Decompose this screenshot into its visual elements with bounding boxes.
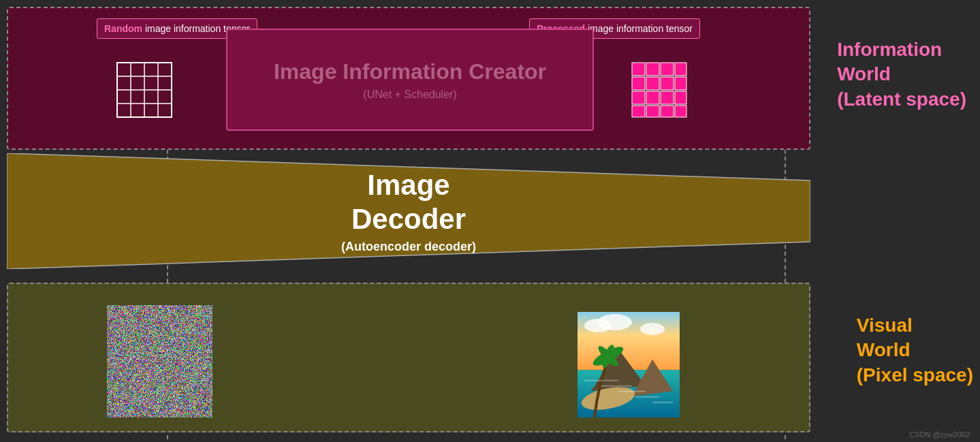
info-world-label: Information World (Latent space): [837, 37, 966, 112]
noise-image: [107, 305, 212, 417]
random-highlight: Random: [104, 23, 142, 34]
decoder-title: Image Decoder: [341, 168, 476, 237]
processed-suffix: image information tensor: [585, 23, 693, 34]
visual-world-section: ⇓ ⇓: [7, 283, 810, 432]
svg-rect-18: [675, 91, 686, 104]
svg-rect-19: [632, 106, 645, 117]
random-grid-icon: [114, 59, 175, 121]
svg-rect-22: [675, 106, 686, 117]
svg-rect-12: [646, 77, 659, 90]
svg-rect-15: [632, 91, 645, 104]
decoder-section: Image Decoder (Autoencoder decoder): [7, 153, 810, 269]
svg-rect-20: [646, 106, 659, 117]
svg-rect-21: [661, 106, 674, 117]
image-info-creator-title: Image Information Creator: [274, 59, 546, 84]
svg-rect-11: [632, 77, 645, 90]
image-info-creator-subtitle: (UNet + Scheduler): [363, 89, 456, 101]
visual-world-label: Visual World (Pixel space): [857, 313, 973, 388]
processed-grid-icon: [629, 59, 690, 121]
svg-rect-9: [661, 63, 674, 76]
image-info-creator-box: Image Information Creator (UNet + Schedu…: [226, 29, 594, 131]
watermark: CSDN @zyw2002: [909, 430, 970, 439]
landscape-image: [578, 312, 680, 417]
svg-rect-7: [632, 63, 645, 76]
svg-rect-10: [675, 63, 686, 76]
decoder-subtitle: (Autoencoder decoder): [341, 240, 476, 254]
svg-rect-13: [661, 77, 674, 90]
svg-rect-14: [675, 77, 686, 90]
svg-rect-8: [646, 63, 659, 76]
information-world-section: Random image information tensor Processe…: [7, 7, 810, 150]
svg-rect-17: [661, 91, 674, 104]
decoder-text-container: Image Decoder (Autoencoder decoder): [341, 168, 476, 254]
svg-rect-16: [646, 91, 659, 104]
